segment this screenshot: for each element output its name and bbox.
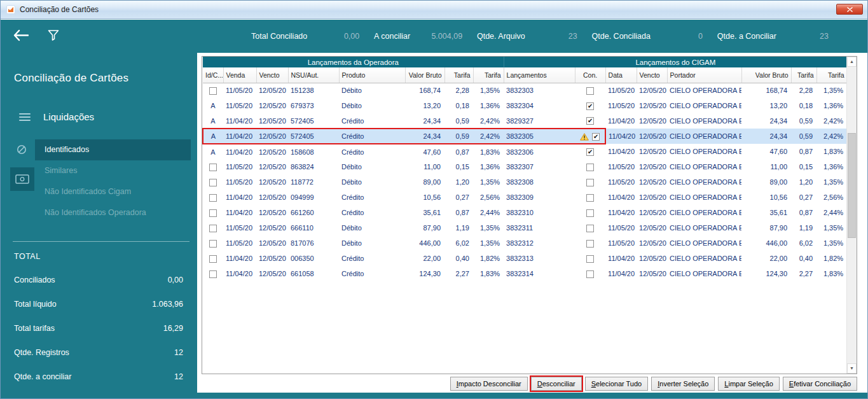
cell-valor-bruto-cigam: 47,60 (741, 144, 791, 159)
sidebar-item-nao-identificados-operadora[interactable]: Não Identificados Operadora (35, 202, 191, 223)
row-id-checkbox[interactable] (209, 240, 217, 248)
cell-tarifa-pct: 1,35% (473, 235, 504, 251)
conciliado-checkbox[interactable] (586, 87, 594, 95)
col-header-produto[interactable]: Produto (339, 67, 405, 83)
cell-venda: 11/05/20 (223, 83, 256, 98)
sidebar-menu-header[interactable]: Liquidações (19, 111, 94, 122)
cell-produto: Débito (339, 174, 405, 190)
conciliado-checkbox[interactable] (586, 225, 594, 232)
cell-conciliado: ✔ (575, 113, 605, 129)
table-row[interactable]: 11/04/2012/05/20006350Crédito22,000,401,… (203, 251, 846, 266)
table-row[interactable]: A11/04/2012/05/20158608Crédito47,600,871… (203, 144, 846, 159)
col-header-tarifa-cigam[interactable]: Tarifa (791, 67, 816, 83)
conciliado-checkbox[interactable]: ✔ (586, 117, 594, 125)
vertical-scrollbar[interactable]: ▲ ▼ (846, 57, 857, 374)
cell-tarifa-cigam: 2,27 (791, 266, 816, 281)
cell-lancamento: 3832305 (504, 129, 575, 144)
cell-tarifa: 2,28 (444, 83, 473, 98)
desconciliar-button[interactable]: Desconciliar (531, 377, 582, 391)
col-header-tarifa-pct-cigam[interactable]: Tarifa (816, 67, 846, 83)
cell-portador: CIELO OPERADORA E (667, 144, 741, 159)
banknote-icon[interactable] (10, 167, 34, 191)
cell-valor-bruto: 168,74 (405, 83, 444, 98)
table-row[interactable]: A11/05/2012/05/20679373Débito13,200,181,… (203, 98, 846, 113)
cell-data: 11/05/20 (605, 174, 637, 190)
sidebar-item-similares[interactable]: Similares (35, 160, 191, 181)
col-header-tarifa-pct[interactable]: Tarifa (473, 67, 504, 83)
row-id-checkbox[interactable] (209, 179, 217, 186)
col-header-data[interactable]: Data (605, 67, 637, 83)
close-button[interactable] (836, 4, 863, 15)
table-row[interactable]: 11/05/2012/05/20863824Débito11,000,151,3… (203, 159, 846, 174)
cell-id: A (203, 113, 223, 129)
row-id-checkbox[interactable] (209, 225, 217, 232)
cell-valor-bruto-cigam: 11,00 (741, 159, 791, 174)
row-id-checkbox[interactable] (209, 209, 217, 217)
main-area: Lançamentos da Operadora Lançamentos do … (197, 53, 868, 399)
conciliado-checkbox[interactable] (586, 209, 594, 217)
sidebar-item-identificados[interactable]: Identificados (35, 139, 191, 160)
table-row[interactable]: 11/05/2012/05/20151238Débito168,742,281,… (203, 83, 846, 98)
cell-portador: CIELO OPERADORA E (667, 220, 741, 235)
scroll-thumb[interactable] (848, 133, 856, 238)
stat-value: 0 (661, 32, 703, 41)
row-id-checkbox[interactable] (209, 194, 217, 202)
conciliado-checkbox[interactable]: ✔ (586, 102, 594, 110)
col-header-conciliado[interactable]: Con. (575, 67, 605, 83)
table-row[interactable]: 11/04/2012/05/20661058Crédito124,302,271… (203, 266, 846, 281)
cell-valor-bruto-cigam: 87,90 (741, 220, 791, 235)
total-value: 12 (174, 348, 183, 357)
table-row[interactable]: 11/05/2012/05/20817076Débito446,006,021,… (203, 235, 846, 251)
table-row[interactable]: 11/05/2012/05/20666110Débito87,901,191,3… (203, 220, 846, 235)
efetivar-conciliacao-button[interactable]: Efetivar Conciliação (783, 377, 857, 391)
conciliado-checkbox[interactable] (586, 179, 594, 186)
cell-vencto: 12/05/20 (256, 83, 288, 98)
scroll-up-icon[interactable]: ▲ (847, 57, 857, 67)
cell-portador: CIELO OPERADORA E (667, 159, 741, 174)
row-id-checkbox[interactable] (209, 255, 217, 263)
filter-icon[interactable] (47, 29, 60, 44)
table-row[interactable]: A11/04/2012/05/20572405Crédito24,340,592… (203, 129, 846, 144)
conciliado-checkbox[interactable] (586, 270, 594, 278)
selecionar-tudo-button[interactable]: Selecionar Tudo (585, 377, 649, 391)
conciliado-checkbox[interactable]: ✔ (592, 133, 600, 141)
conciliado-checkbox[interactable] (586, 164, 594, 171)
col-header-valor-bruto-cigam[interactable]: Valor Bruto (741, 67, 791, 83)
cell-data: 11/04/20 (605, 129, 637, 144)
table-row[interactable]: 11/05/2012/05/20118772Débito89,001,201,3… (203, 174, 846, 190)
cell-vencto: 12/05/20 (256, 98, 288, 113)
col-header-valor-bruto[interactable]: Valor Bruto (405, 67, 444, 83)
col-header-tarifa[interactable]: Tarifa (444, 67, 473, 83)
row-id-checkbox[interactable] (209, 87, 217, 95)
col-header-portador[interactable]: Portador (667, 67, 741, 83)
table-row[interactable]: A11/04/2012/05/20572405Crédito24,340,592… (203, 113, 846, 129)
conciliado-checkbox[interactable]: ✔ (586, 148, 594, 156)
conciliado-checkbox[interactable] (586, 194, 594, 202)
cell-tarifa: 0,27 (444, 190, 473, 205)
col-header-vencto[interactable]: Vencto (256, 67, 288, 83)
cell-tarifa: 0,15 (444, 159, 473, 174)
cell-nsu-aut: 666110 (288, 220, 339, 235)
table-row[interactable]: 11/04/2012/05/20661260Crédito35,610,872,… (203, 205, 846, 220)
inverter-selecao-button[interactable]: Inverter Seleção (651, 377, 715, 391)
row-id-checkbox[interactable] (209, 164, 217, 171)
col-header-venda[interactable]: Venda (223, 67, 256, 83)
scroll-down-icon[interactable]: ▼ (847, 363, 857, 374)
row-id-checkbox[interactable] (209, 270, 217, 278)
total-value: 0,00 (168, 276, 183, 284)
col-header-vencto-cigam[interactable]: Vencto (637, 67, 667, 83)
sidebar-item-nao-identificados-cigam[interactable]: Não Identificados Cigam (35, 181, 191, 202)
table-row[interactable]: 11/04/2012/05/20094999Crédito10,560,272,… (203, 190, 846, 205)
col-header-id[interactable]: Id/C... (203, 67, 223, 83)
col-header-nsu-aut[interactable]: NSU/Aut. (288, 67, 339, 83)
cell-nsu-aut: 572405 (288, 129, 339, 144)
limpar-selecao-button[interactable]: Limpar Seleção (718, 377, 779, 391)
conciliado-checkbox[interactable] (586, 255, 594, 263)
total-label: Qtde. a conciliar (14, 372, 71, 381)
conciliado-checkbox[interactable] (586, 240, 594, 248)
cell-lancamento: 3832308 (504, 174, 575, 190)
cell-tarifa-pct: 2,42% (473, 129, 504, 144)
impacto-desconciliar-button[interactable]: Impacto Desconciliar (450, 377, 528, 391)
col-header-lancamento[interactable]: Lançamentos (504, 67, 575, 83)
back-button[interactable] (13, 29, 29, 44)
